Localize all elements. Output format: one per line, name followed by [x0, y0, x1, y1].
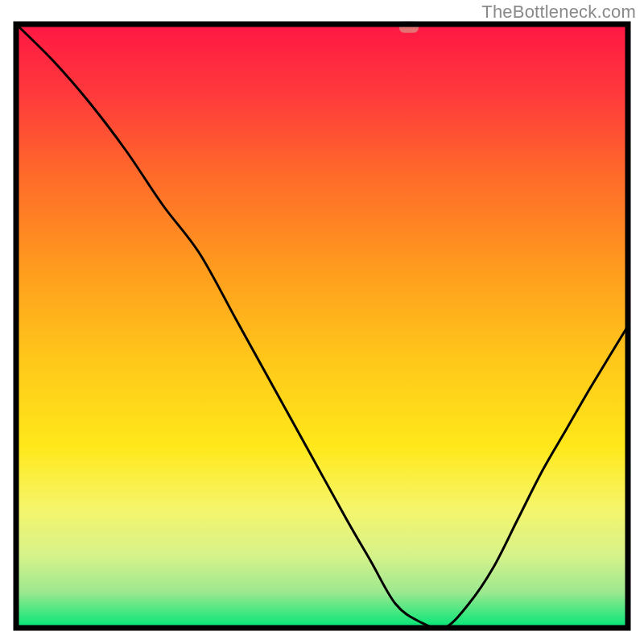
- bottleneck-chart: [0, 0, 644, 644]
- plot-area: [16, 24, 628, 628]
- watermark-text: TheBottleneck.com: [481, 2, 636, 23]
